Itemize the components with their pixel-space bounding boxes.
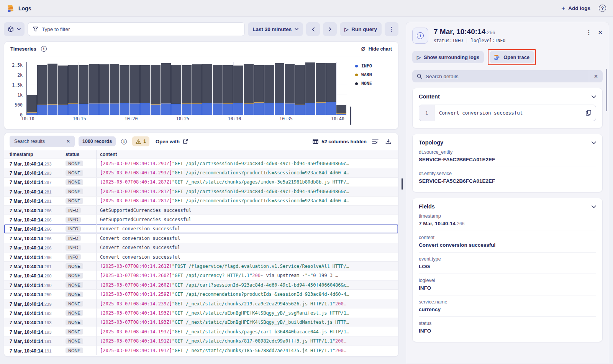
status-badge: NONE [66,189,83,194]
table-row[interactable]: 7 Mar, 10:40:14.260 NONE [2025-03-07T08:… [4,271,398,280]
hide-chart-button[interactable]: ∅ Hide chart [361,46,392,52]
collapse-topology-button[interactable] [592,141,596,144]
row-timestamp: 7 Mar, 10:40:14.260 [4,282,62,289]
table-row[interactable]: 7 Mar, 10:40:14.281 NONE [2025-03-07T08:… [4,187,398,196]
add-logs-button[interactable]: + Add logs [561,5,590,12]
close-panel-button[interactable]: ✕ [598,29,603,36]
table-row[interactable]: 7 Mar, 10:40:14.259 NONE [2025-03-07T08:… [4,290,398,299]
status-badge: NONE [66,161,83,166]
trace-icon [494,55,500,60]
download-button[interactable] [384,137,393,146]
log-table-body: 7 Mar, 10:40:14.293 NONE [2025-03-07T08:… [4,159,398,356]
warning-count: 1 [143,139,146,144]
table-row[interactable]: 7 Mar, 10:40:14.191 NONE [2025-03-07T08:… [4,336,398,346]
table-row[interactable]: 7 Mar, 10:40:14.293 NONE [2025-03-07T08:… [4,159,398,168]
records-count-badge: 1000 records [79,136,116,146]
row-timestamp: 7 Mar, 10:40:14.266 [4,254,62,261]
field-value: INFO [419,328,596,334]
row-timestamp: 7 Mar, 10:40:14.287 [4,179,62,185]
detail-field: service.name currency [419,295,596,316]
table-row[interactable]: 7 Mar, 10:40:14.193 NONE [2025-03-07T08:… [4,318,398,327]
scope-selector-button[interactable] [4,22,25,36]
row-status: NONE [62,187,96,196]
open-in-new-icon [183,139,188,144]
detail-search-input[interactable]: Search details [412,74,589,79]
detail-search-placeholder: Search details [426,74,459,79]
status-badge: INFO [66,217,81,223]
time-prev-button[interactable] [306,22,320,36]
collapse-content-button[interactable] [592,95,596,98]
time-range-button[interactable]: Last 30 minutes [248,22,303,36]
table-row[interactable]: 7 Mar, 10:40:14.191 NONE [2025-03-07T08:… [4,346,398,355]
log-table-header[interactable]: timestamp status content [4,150,398,159]
scrollbar-thumb[interactable] [606,69,607,111]
topology-fields: dt.source_entity SERVICE-FA5C2B6FCA01E2E… [419,146,596,188]
page-title: Logs [18,5,31,11]
row-content: [2025-03-07T08:40:14.293Z] "GET /api/rec… [96,168,398,177]
column-header-timestamp[interactable]: timestamp [4,152,62,157]
row-timestamp: 7 Mar, 10:40:14.261 [4,263,62,270]
chevron-right-icon [329,27,331,31]
legend-item-info[interactable]: INFO [355,63,392,69]
row-status: NONE [62,197,96,205]
collapse-fields-button[interactable] [592,205,596,208]
table-row[interactable]: 7 Mar, 10:40:14.239 NONE [2025-03-07T08:… [4,299,398,308]
warning-icon [136,139,141,144]
row-content: Convert conversion successful [96,225,398,233]
table-row[interactable]: 7 Mar, 10:40:14.266 INFO GetSupportedCur… [4,215,398,224]
table-row[interactable]: 7 Mar, 10:40:14.261 NONE [2025-03-07T08:… [4,262,398,271]
detail-menu-button[interactable]: ⋮ [586,29,592,36]
run-query-button[interactable]: ▷ Run query [340,22,382,36]
show-surrounding-logs-button[interactable]: ▷ Show surrounding logs [412,51,484,63]
row-timestamp: 7 Mar, 10:40:14.293 [4,160,62,167]
field-name: dt.entity.service [419,171,596,176]
plus-icon: + [561,5,565,12]
field-name: content [419,235,596,240]
help-button[interactable]: ? [599,5,606,12]
row-content: [2025-03-07T08:40:14.261Z] "POST /flagse… [96,262,398,271]
table-row[interactable]: 7 Mar, 10:40:14.287 NONE [2025-03-07T08:… [4,178,398,187]
query-menu-button[interactable]: ⋮ [385,22,398,36]
filter-input[interactable]: Type to filter [28,22,245,36]
columns-hidden-button[interactable]: 52 columns hidden [313,139,367,144]
legend-item-warn[interactable]: WARN [355,72,392,77]
content-section-title: Content [419,93,440,100]
row-timestamp: 7 Mar, 10:40:14.193 [4,319,62,326]
open-with-button[interactable]: Open with [156,139,188,144]
chart-info-icon[interactable]: i [41,46,47,52]
table-row[interactable]: 7 Mar, 10:40:14.260 NONE [2025-03-07T08:… [4,280,398,290]
legend-label: WARN [361,72,372,77]
table-row[interactable]: 7 Mar, 10:40:14.281 NONE [2025-03-07T08:… [4,197,398,206]
legend-item-none[interactable]: NONE [355,81,392,86]
copy-button[interactable] [586,105,596,121]
open-trace-button[interactable]: Open trace [490,51,534,63]
chart-bars[interactable] [27,62,347,115]
row-content: [2025-03-07T08:40:14.260Z] "GET /api/car… [96,280,398,289]
info-icon: i [417,32,424,39]
status-badge: NONE [66,170,83,176]
wrap-lines-button[interactable] [370,138,380,146]
legend-label: NONE [361,81,372,86]
table-row[interactable]: 7 Mar, 10:40:14.193 NONE [2025-03-07T08:… [4,308,398,318]
time-next-button[interactable] [323,22,337,36]
results-search-input[interactable]: Search results ✕ [10,136,75,147]
pane-resize-handle[interactable] [402,178,403,190]
clear-search-button[interactable]: ✕ [63,137,73,146]
row-content: [2025-03-07T08:40:14.193Z] "GET /_next/s… [96,318,398,327]
legend-dot [355,74,358,76]
column-header-status[interactable]: status [62,150,96,159]
row-timestamp: 7 Mar, 10:40:14.193 [4,310,62,316]
table-row[interactable]: 7 Mar, 10:40:14.193 NONE [2025-03-07T08:… [4,327,398,336]
warning-badge[interactable]: 1 [132,136,149,146]
detail-search-clear-button[interactable]: ✕ [589,70,603,82]
table-row[interactable]: 7 Mar, 10:40:14.266 INFO Convert convers… [4,225,398,234]
table-row[interactable]: 7 Mar, 10:40:14.266 INFO Convert convers… [4,234,398,243]
table-row[interactable]: 7 Mar, 10:40:14.266 INFO Convert convers… [4,253,398,262]
row-content: Convert conversion successful [96,253,398,261]
column-header-content[interactable]: content [96,150,398,159]
chart-end-handle[interactable] [350,107,351,125]
records-info-button[interactable]: i [120,137,128,146]
table-row[interactable]: 7 Mar, 10:40:14.293 NONE [2025-03-07T08:… [4,168,398,177]
table-row[interactable]: 7 Mar, 10:40:14.266 INFO Convert convers… [4,243,398,253]
table-row[interactable]: 7 Mar, 10:40:14.266 INFO GetSupportedCur… [4,206,398,215]
